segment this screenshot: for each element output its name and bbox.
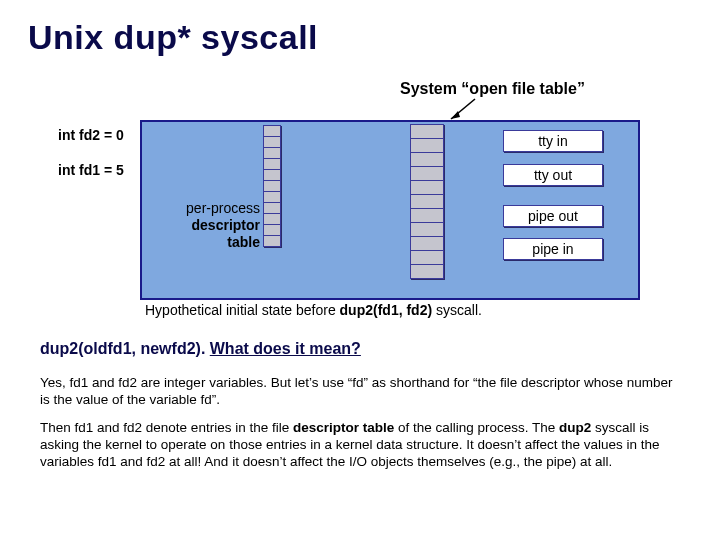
para2-a: Then fd1 and fd2 denote entries in the f… <box>40 420 293 435</box>
oft-slot <box>410 138 444 153</box>
oft-slot <box>410 194 444 209</box>
fd2-var-label: int fd2 = 0 <box>58 127 124 143</box>
oft-slot <box>410 264 444 279</box>
slide-title: Unix dup* syscall <box>28 18 318 57</box>
ppdt-line-1: per-process <box>160 200 260 217</box>
ppdt-line-2: descriptor <box>160 217 260 234</box>
io-object-tty-out: tty out <box>503 164 603 186</box>
oft-slot <box>410 152 444 167</box>
fd1-var-label: int fd1 = 5 <box>58 162 124 178</box>
io-object-pipe-in: pipe in <box>503 238 603 260</box>
per-process-descriptor-table <box>263 125 281 246</box>
io-object-pipe-out: pipe out <box>503 205 603 227</box>
per-process-descriptor-table-label: per-process descriptor table <box>160 200 260 250</box>
oft-slot <box>410 180 444 195</box>
paragraph-1: Yes, fd1 and fd2 are integer variables. … <box>40 375 680 409</box>
paragraph-2: Then fd1 and fd2 denote entries in the f… <box>40 420 680 471</box>
caption-call: dup2(fd1, fd2) <box>340 302 433 318</box>
open-file-table-label: System “open file table” <box>400 80 585 98</box>
caption-pre: Hypothetical initial state before <box>145 302 340 318</box>
oft-slot <box>410 236 444 251</box>
question-signature: dup2(oldfd1, newfd2). <box>40 340 210 357</box>
oft-slot <box>410 208 444 223</box>
fd-slot <box>263 235 281 247</box>
para2-c: of the calling process. The <box>394 420 559 435</box>
question-line: dup2(oldfd1, newfd2). What does it mean? <box>40 340 361 358</box>
open-file-table <box>410 124 444 278</box>
io-object-tty-in: tty in <box>503 130 603 152</box>
ppdt-line-3: table <box>160 234 260 251</box>
oft-slot <box>410 222 444 237</box>
oft-slot <box>410 166 444 181</box>
caption-post: syscall. <box>432 302 482 318</box>
oft-slot <box>410 250 444 265</box>
oft-slot <box>410 124 444 139</box>
diagram-caption: Hypothetical initial state before dup2(f… <box>145 302 482 318</box>
para2-b: descriptor table <box>293 420 394 435</box>
slide: Unix dup* syscall System “open file tabl… <box>0 0 720 540</box>
para2-d: dup2 <box>559 420 591 435</box>
question-text: What does it mean? <box>210 340 361 357</box>
